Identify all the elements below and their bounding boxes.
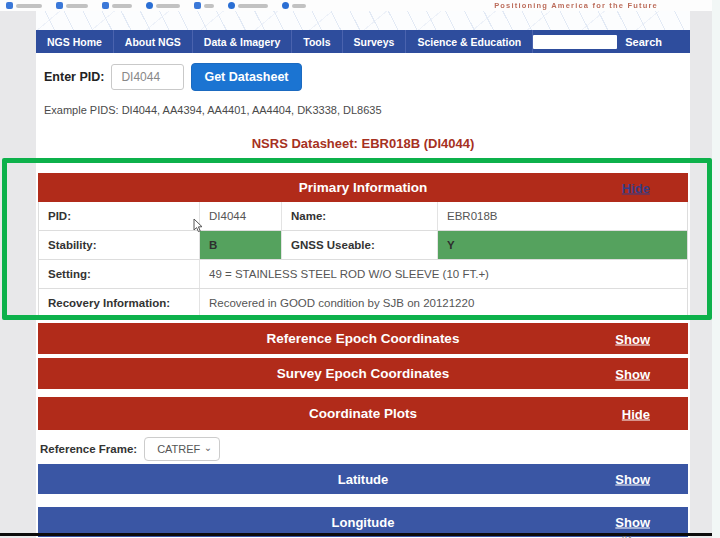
coordinate-plots-title: Coordinate Plots [309, 406, 417, 421]
page-left-gutter [0, 11, 36, 538]
bookmark-label-stub [156, 4, 180, 8]
datasheet-title: NSRS Datasheet: EBR018B (DI4044) [36, 136, 690, 152]
ngs-header-banner [36, 11, 690, 30]
primary-information-hide-link[interactable]: Hide [622, 180, 650, 195]
bookmark-label-stub [238, 4, 268, 8]
coordinate-plots-hide-link[interactable]: Hide [622, 406, 650, 421]
ngs-banner-tagline: Positioning America for the Future [494, 1, 658, 10]
get-datasheet-button[interactable]: Get Datasheet [191, 63, 301, 91]
pid-label-cell: PID: [39, 202, 200, 230]
nav-item-data-imagery[interactable]: Data & Imagery [193, 30, 292, 53]
stability-value-cell: B [200, 231, 282, 259]
table-row: Stability: B GNSS Useable: Y [39, 231, 687, 260]
favicon-icon [194, 2, 201, 9]
example-pids-text: Example PIDS: DI4044, AA4394, AA4401, AA… [44, 104, 690, 116]
search-input[interactable] [533, 35, 617, 49]
nav-search-area: Search [533, 30, 694, 53]
reference-frame-row: Reference Frame: CATREF ⌄ [40, 436, 690, 462]
bookmark-item[interactable] [146, 2, 180, 9]
nav-item-tools[interactable]: Tools [292, 30, 342, 53]
reference-epoch-title: Reference Epoch Coordinates [267, 331, 460, 346]
recovery-value-cell: Recovered in GOOD condition by SJB on 20… [200, 289, 687, 317]
reference-epoch-header: Reference Epoch Coordinates Show [38, 323, 688, 354]
nav-item-about-ngs[interactable]: About NGS [114, 30, 193, 53]
clipped-page-text: 84 [622, 534, 632, 538]
gnss-useable-label-cell: GNSS Useable: [282, 231, 438, 259]
bookmark-label-stub [66, 4, 88, 8]
bookmark-item[interactable] [6, 2, 42, 9]
favicon-icon [146, 2, 153, 9]
name-label-cell: Name: [282, 202, 438, 230]
gnss-useable-value-cell: Y [438, 231, 687, 259]
recovery-label-cell: Recovery Information: [39, 289, 200, 317]
favicon-icon [282, 2, 289, 9]
reference-frame-label: Reference Frame: [40, 443, 137, 455]
enter-pid-label: Enter PID: [44, 70, 104, 84]
latitude-show-link[interactable]: Show [615, 472, 650, 487]
nav-item-ngs-home[interactable]: NGS Home [36, 30, 114, 53]
bookmark-item[interactable] [56, 2, 88, 9]
pid-value-cell: DI4044 [200, 202, 282, 230]
setting-label-cell: Setting: [39, 260, 200, 288]
coordinate-plots-header: Coordinate Plots Hide [38, 397, 688, 430]
longitude-title: Longitude [332, 515, 395, 530]
nav-item-surveys[interactable]: Surveys [343, 30, 407, 53]
nav-item-science-education[interactable]: Science & Education [406, 30, 533, 53]
setting-value-cell: 49 = STAINLESS STEEL ROD W/O SLEEVE (10 … [200, 260, 687, 288]
favicon-icon [102, 2, 109, 9]
search-label[interactable]: Search [625, 36, 662, 48]
window-right-edge [712, 0, 720, 538]
bookmark-item[interactable] [282, 2, 306, 9]
favicon-icon [56, 2, 63, 9]
pid-form: Enter PID: Get Datasheet [44, 63, 690, 91]
pid-input[interactable] [111, 64, 184, 90]
reference-frame-selected-value: CATREF [157, 443, 200, 455]
survey-epoch-show-link[interactable]: Show [615, 366, 650, 381]
video-frame-edge [0, 533, 712, 536]
name-value-cell: EBR018B [438, 202, 687, 230]
latitude-header: Latitude Show [38, 464, 688, 494]
primary-information-title: Primary Information [299, 180, 427, 195]
table-row: Setting: 49 = STAINLESS STEEL ROD W/O SL… [39, 260, 687, 289]
latitude-title: Latitude [338, 472, 389, 487]
primary-information-table: PID: DI4044 Name: EBR018B Stability: B G… [38, 202, 688, 318]
ngs-page-content: NGS Home About NGS Data & Imagery Tools … [36, 11, 690, 538]
reference-frame-select[interactable]: CATREF ⌄ [144, 437, 220, 461]
favicon-icon [6, 2, 13, 9]
page: Positioning America for the Future NGS H… [0, 0, 720, 538]
bookmark-item[interactable] [194, 2, 214, 9]
longitude-show-link[interactable]: Show [615, 515, 650, 530]
favicon-icon [228, 2, 235, 9]
main-nav: NGS Home About NGS Data & Imagery Tools … [36, 30, 690, 53]
bookmark-label-stub [204, 4, 214, 8]
reference-epoch-show-link[interactable]: Show [615, 331, 650, 346]
table-row: PID: DI4044 Name: EBR018B [39, 202, 687, 231]
table-row: Recovery Information: Recovered in GOOD … [39, 289, 687, 317]
survey-epoch-header: Survey Epoch Coordinates Show [38, 358, 688, 389]
stability-label-cell: Stability: [39, 231, 200, 259]
page-right-gutter [690, 11, 712, 538]
bookmark-label-stub [112, 4, 132, 8]
survey-epoch-title: Survey Epoch Coordinates [277, 366, 450, 381]
bookmark-label-stub [292, 4, 306, 8]
primary-information-header: Primary Information Hide [38, 173, 688, 202]
chevron-down-icon: ⌄ [204, 442, 212, 453]
bookmark-item[interactable] [102, 2, 132, 9]
bookmark-item[interactable] [228, 2, 268, 9]
bookmark-label-stub [16, 4, 42, 8]
bookmarks-bar: Positioning America for the Future [0, 0, 720, 11]
